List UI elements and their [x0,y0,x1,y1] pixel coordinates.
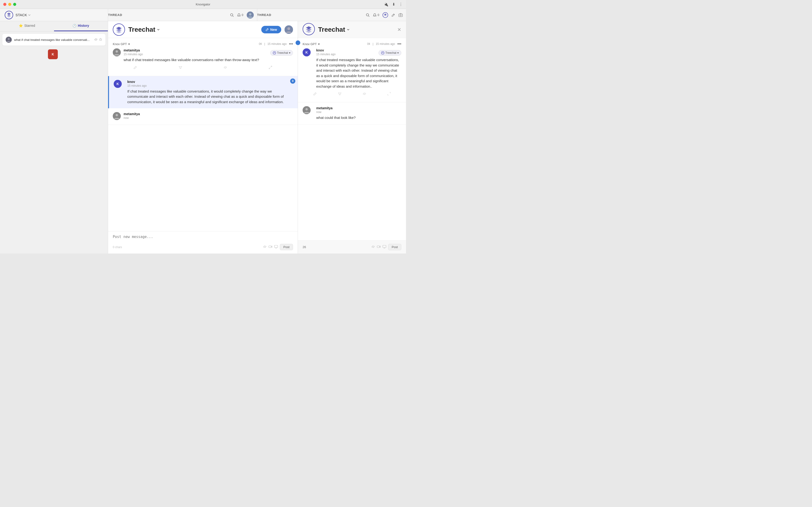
right-message-author-2: metamitya [316,106,401,110]
close-window-button[interactable] [3,3,6,6]
message-row-1: metamitya 15 minutes ago Treechat [113,48,293,63]
right-more-button-1[interactable]: ••• [397,42,401,46]
app-container: STACK THREAD 0 [0,9,406,253]
treechat-logo-svg [113,23,125,36]
avatar-svg [285,25,293,34]
message-more-button-1[interactable]: ••• [289,42,293,46]
expand-action-1[interactable] [267,65,274,71]
svg-line-24 [271,66,272,67]
right-tag-chevron-1: ▾ [397,51,399,55]
right-screen-icon [383,245,386,248]
right-filter-action-1[interactable] [336,91,344,98]
svg-rect-11 [399,14,402,17]
close-right-panel-button[interactable]: ✕ [397,27,401,33]
puzzle-icon: 🔌 [384,2,388,7]
edit-icon-1 [133,65,137,69]
search-button-right[interactable] [366,13,369,17]
char-count-left: 0 chars [113,245,122,249]
thread-label-left: THREAD [108,13,122,17]
link-input-button[interactable] [263,245,267,249]
message-content-2: knov 15 minutes ago If chat treated mess… [127,80,293,105]
right-message-time-2: now [316,110,401,114]
filter-action-1[interactable] [177,65,184,71]
right-messages: Knov GPT ▾ 0¢ | 15 minutes ago ••• [298,38,406,240]
bell-icon [237,13,241,17]
link-input-icon [263,245,267,248]
download-icon-button[interactable]: ⬇ [392,2,395,7]
more-icon-button[interactable]: ⋮ [399,2,403,7]
camera-icon-button-right[interactable] [399,13,403,17]
edit-action-1[interactable] [131,65,139,71]
plugin-icon-button[interactable]: 🔌 [384,2,388,7]
right-provider-chevron: ▾ [318,42,320,46]
screen-input-button[interactable] [274,245,278,249]
video-input-button[interactable] [269,245,272,249]
right-link-action-1[interactable] [361,91,368,98]
message-content-1: metamitya 15 minutes ago Treechat [124,48,293,63]
edit-icon-button-right[interactable] [392,13,395,17]
message-text-2: If chat treated messages like valuable c… [127,89,293,105]
message-author-3: metamitya [124,112,293,116]
input-actions-left: Post [263,244,293,250]
ellipsis-icon: ⋮ [399,2,403,7]
treechat-logo-icon [383,12,388,18]
link-action-1[interactable] [222,65,229,71]
thread-label-right: THREAD [257,13,271,17]
tab-history[interactable]: 🕐 History [54,21,108,31]
stack-title[interactable]: STACK [15,13,31,17]
right-expand-action-1[interactable] [385,91,393,98]
treechat-logo-svg-right [303,23,315,35]
thread-panel-left: Treechat New [108,21,298,253]
svg-text:K: K [117,82,119,86]
item-actions [94,38,102,42]
maximize-window-button[interactable] [13,3,16,6]
item-star-button[interactable] [99,38,102,42]
right-expand-icon-1 [387,92,391,96]
message-time-display-2: 15 minutes ago [127,84,293,88]
svg-point-6 [366,14,369,16]
minimize-window-button[interactable] [8,3,11,6]
message-actions-1 [113,63,293,72]
search-button-left[interactable] [230,13,234,17]
svg-rect-41 [383,245,386,247]
tag-chevron-1: ▾ [289,51,290,55]
bell-button-right[interactable]: 0 [373,13,379,17]
thread-title-right[interactable]: Treechat [318,26,350,33]
tab-starred[interactable]: ⭐ Starred [0,21,54,31]
screen-icon [274,245,278,248]
list-item[interactable]: what if chat treated messages like valua… [2,34,106,46]
right-screen-input-button[interactable] [383,245,386,249]
right-link-input-button[interactable] [371,245,375,249]
message-row-3: metamitya now [113,112,293,121]
right-post-button[interactable]: Post [388,244,401,250]
provider-label-1[interactable]: Knov GPT ▾ [113,42,130,46]
svg-point-22 [116,50,118,53]
post-button-left[interactable]: Post [280,244,293,250]
message-tag-1[interactable]: Treechat ▾ [270,50,293,56]
message-input-left[interactable] [113,235,159,243]
right-message-time-1: 15 minutes ago [316,53,336,56]
right-provider-1[interactable]: Knov GPT ▾ [303,42,320,46]
message-author-1: metamitya [124,48,143,52]
right-message-content-1: knov 15 minutes ago Treechat ▾ [316,48,401,89]
right-link-input-icon [371,245,375,248]
right-author-avatar-1: K [303,48,310,56]
right-message-text-1: If chat treated messages like valuable c… [316,57,401,89]
right-message-tag-1[interactable]: Treechat ▾ [379,50,401,56]
item-link-button[interactable] [94,38,98,42]
svg-point-5 [249,13,251,15]
link-icon-1 [223,65,227,69]
bell-button-left[interactable]: 0 [237,13,243,17]
right-cost-1: 0¢ [367,42,370,46]
window-controls [3,3,16,6]
message-author-2: knov [127,80,293,83]
search-icon-right [366,13,369,17]
thread-title-left[interactable]: Treechat [128,26,160,33]
treechat-icon-button-right[interactable] [383,12,388,18]
right-author-avatar-2 [303,106,310,114]
right-video-input-button[interactable] [377,245,381,249]
item-text: what if chat treated messages like valua… [14,38,92,42]
treechat-logo-left [113,23,125,36]
new-thread-button[interactable]: New [261,26,281,33]
right-edit-action-1[interactable] [311,91,319,98]
